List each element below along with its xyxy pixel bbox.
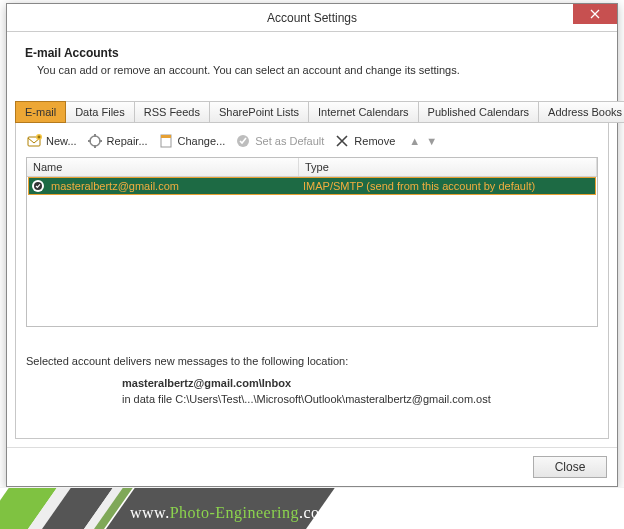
- tab-panel-email: New... Repair... Change... Set as Defaul…: [15, 122, 609, 439]
- remove-label: Remove: [354, 135, 395, 147]
- move-down-icon: ▼: [426, 135, 437, 147]
- watermark-text: www.Photo-Engineering.com: [130, 504, 333, 522]
- row-name: masteralbertz@gmail.com: [47, 180, 299, 192]
- svg-rect-5: [88, 140, 91, 142]
- accounts-table: Name Type masteralbertz@gmail.com IMAP/S…: [26, 157, 598, 327]
- remove-icon: [334, 133, 350, 149]
- table-header: Name Type: [27, 158, 597, 177]
- set-default-label: Set as Default: [255, 135, 324, 147]
- table-row[interactable]: masteralbertz@gmail.com IMAP/SMTP (send …: [28, 177, 596, 195]
- watermark-prefix: www.: [130, 504, 170, 521]
- header-section: E-mail Accounts You can add or remove an…: [7, 32, 617, 86]
- toolbar: New... Repair... Change... Set as Defaul…: [26, 131, 598, 157]
- titlebar: Account Settings: [7, 4, 617, 32]
- info-line1: Selected account delivers new messages t…: [26, 355, 598, 367]
- tab-published-calendars[interactable]: Published Calendars: [418, 101, 540, 123]
- watermark: www.Photo-Engineering.com: [0, 487, 624, 529]
- svg-rect-6: [99, 140, 102, 142]
- new-button[interactable]: New...: [26, 133, 77, 149]
- new-label: New...: [46, 135, 77, 147]
- row-type: IMAP/SMTP (send from this account by def…: [299, 180, 595, 192]
- change-button[interactable]: Change...: [158, 133, 226, 149]
- move-arrows: ▲ ▼: [409, 135, 437, 147]
- remove-button[interactable]: Remove: [334, 133, 395, 149]
- header-subtitle: You can add or remove an account. You ca…: [25, 64, 599, 76]
- svg-rect-3: [94, 134, 96, 137]
- tab-rss-feeds[interactable]: RSS Feeds: [134, 101, 210, 123]
- delivery-info: Selected account delivers new messages t…: [26, 355, 598, 405]
- info-location: masteralbertz@gmail.com\Inbox: [26, 377, 598, 389]
- check-icon: [32, 180, 44, 192]
- dialog-title: Account Settings: [267, 11, 357, 25]
- default-badge: [29, 180, 47, 192]
- change-icon: [158, 133, 174, 149]
- window-close-button[interactable]: [573, 4, 617, 24]
- svg-rect-4: [94, 145, 96, 148]
- dialog-footer: Close: [7, 447, 617, 486]
- info-location-bold: masteralbertz@gmail.com\Inbox: [122, 377, 291, 389]
- tab-sharepoint-lists[interactable]: SharePoint Lists: [209, 101, 309, 123]
- move-up-icon: ▲: [409, 135, 420, 147]
- account-settings-dialog: Account Settings E-mail Accounts You can…: [6, 3, 618, 487]
- repair-button[interactable]: Repair...: [87, 133, 148, 149]
- change-label: Change...: [178, 135, 226, 147]
- new-icon: [26, 133, 42, 149]
- repair-label: Repair...: [107, 135, 148, 147]
- set-default-icon: [235, 133, 251, 149]
- tab-address-books[interactable]: Address Books: [538, 101, 624, 123]
- tab-internet-calendars[interactable]: Internet Calendars: [308, 101, 419, 123]
- watermark-stripes: [0, 487, 340, 529]
- tab-email[interactable]: E-mail: [15, 101, 66, 123]
- svg-point-2: [90, 136, 100, 146]
- header-name[interactable]: Name: [27, 158, 299, 176]
- tab-strip: E-mail Data Files RSS Feeds SharePoint L…: [15, 100, 609, 122]
- tab-data-files[interactable]: Data Files: [65, 101, 135, 123]
- repair-icon: [87, 133, 103, 149]
- watermark-suffix: .com: [299, 504, 333, 521]
- info-datafile: in data file C:\Users\Test\...\Microsoft…: [26, 393, 598, 405]
- close-button[interactable]: Close: [533, 456, 607, 478]
- svg-rect-8: [161, 135, 171, 138]
- set-default-button: Set as Default: [235, 133, 324, 149]
- header-title: E-mail Accounts: [25, 46, 599, 60]
- watermark-main: Photo-Engineering: [170, 504, 299, 521]
- header-type[interactable]: Type: [299, 158, 597, 176]
- close-icon: [590, 9, 600, 19]
